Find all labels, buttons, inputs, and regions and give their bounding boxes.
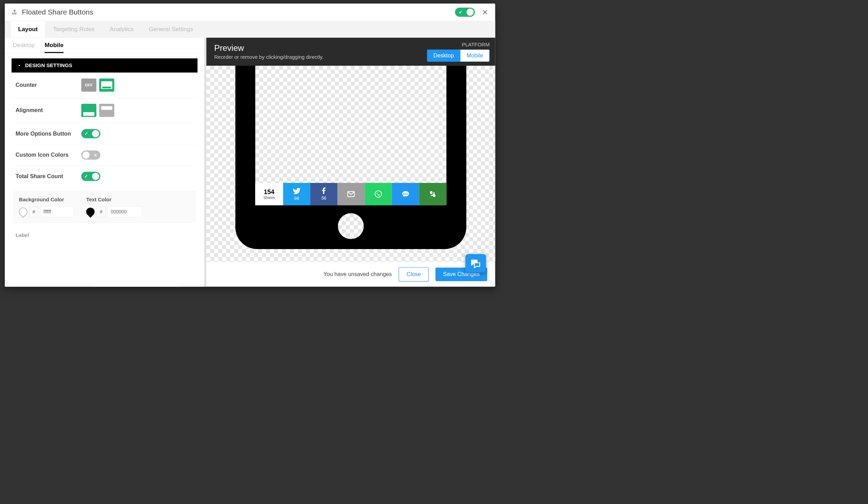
twitter-icon [292,187,301,195]
subtab-desktop[interactable]: Desktop [13,42,35,53]
sms-share[interactable]: sms [392,183,419,205]
device-subtabs: Desktop Mobile [5,38,204,53]
twitter-share[interactable]: 98 [283,183,310,205]
email-share[interactable] [337,183,365,205]
counter-row: Counter OFF [11,73,197,98]
preview-area: 154 Shares 98 56 [206,66,495,262]
whatsapp-share[interactable] [365,183,392,205]
align-bottom-option[interactable] [81,104,96,117]
total-share-row: Total Share Count ✓ [11,166,197,187]
svg-point-4 [430,192,432,193]
unsaved-message: You have unsaved changes [324,271,392,277]
more-icon [428,190,437,198]
main-tabs: Layout Targeting Rules Analytics General… [5,21,495,37]
chevron-down-icon [17,63,22,68]
bg-color-swatch[interactable] [17,206,29,218]
counter-on-option[interactable] [99,79,114,92]
svg-text:sms: sms [403,192,408,195]
share-icon [11,9,17,15]
alignment-row: Alignment [11,98,197,123]
modal-header: Floated Share Buttons ✓ [5,3,495,21]
text-color-input[interactable] [108,207,142,217]
bg-color-label: Background Color [19,197,74,203]
custom-colors-row: Custom Icon Colors ✕ [11,145,197,166]
more-options-row: More Options Button ✓ [11,123,197,145]
enable-toggle[interactable]: ✓ [455,8,475,17]
chat-icon [470,258,481,268]
subtab-mobile[interactable]: Mobile [45,42,64,53]
facebook-share[interactable]: 56 [310,183,338,205]
preview-subtitle: Reorder or remove by clicking/dragging d… [214,54,324,60]
align-top-option[interactable] [99,104,114,117]
platform-switch: Desktop Mobile [427,49,490,62]
share-bar[interactable]: 154 Shares 98 56 [255,183,446,205]
tab-layout[interactable]: Layout [10,21,46,37]
text-color-swatch[interactable] [84,206,96,218]
platform-mobile[interactable]: Mobile [460,49,489,62]
text-color-label: Text Color [86,197,141,203]
bg-color-input[interactable] [40,207,74,217]
platform-desktop[interactable]: Desktop [427,49,460,62]
design-settings-header[interactable]: DESIGN SETTINGS [11,58,197,73]
modal-title: Floated Share Buttons [22,8,455,16]
email-icon [347,190,355,198]
settings-modal: Floated Share Buttons ✓ Layout Targeting… [5,3,495,286]
tab-analytics[interactable]: Analytics [102,21,141,37]
footer: You have unsaved changes Close Save Chan… [206,262,495,287]
color-settings: Background Color # Text Color # [13,191,195,223]
more-share[interactable] [419,183,446,205]
whatsapp-icon [374,190,383,198]
counter-off-option[interactable]: OFF [81,79,96,92]
sms-icon: sms [401,190,410,199]
preview-header: Preview Reorder or remove by clicking/dr… [206,38,495,66]
tab-general[interactable]: General Settings [141,21,200,37]
chat-widget[interactable] [465,254,486,272]
custom-colors-toggle[interactable]: ✕ [81,150,100,159]
total-share-toggle[interactable]: ✓ [81,172,100,181]
svg-point-1 [375,191,382,198]
share-total: 154 Shares [255,183,283,205]
phone-home-button [338,213,364,239]
facebook-icon [320,187,327,195]
tab-targeting[interactable]: Targeting Rules [46,21,102,37]
label-field-label: Label [11,227,197,244]
more-options-toggle[interactable]: ✓ [81,129,100,138]
close-icon[interactable] [482,9,488,16]
platform-label: PLATFORM [427,42,490,48]
phone-mockup: 154 Shares 98 56 [235,66,466,249]
close-button[interactable]: Close [399,267,429,281]
preview-title: Preview [214,43,324,53]
